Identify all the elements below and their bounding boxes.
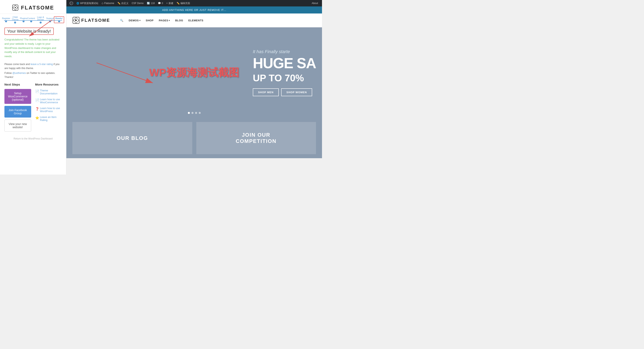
hero-dot-4[interactable] <box>199 112 201 114</box>
site-header: 3 FLATSOME 🔍 DEMOS ▾ SHOP PAGES ▾ BLOG E… <box>66 14 322 27</box>
more-resources-col: More Resources 📄 Theme Documentation 📄 L… <box>35 83 62 132</box>
wp-about-button[interactable]: About <box>309 0 320 7</box>
shop-men-button[interactable]: SHOP MEN <box>253 88 279 96</box>
follow-text-2: Follow @uxthemes on Twitter to see updat… <box>4 71 62 79</box>
join-facebook-button[interactable]: Join Facebook Group <box>4 106 31 118</box>
follow-text-1: Please come back and leave a 5-star rati… <box>4 62 62 70</box>
competition-title: JOIN OURCOMPETITION <box>236 132 276 144</box>
site-logo-text: FLATSOME <box>81 18 110 23</box>
wizard-logo-area: FLATSOME <box>0 0 66 14</box>
site-logo: 3 FLATSOME <box>72 17 110 24</box>
hero-banner: It has Finally starte HUGE SA UP TO 70% … <box>66 27 322 118</box>
hero-content: It has Finally starte HUGE SA UP TO 70% … <box>253 49 316 96</box>
nav-blog[interactable]: BLOG <box>173 18 185 23</box>
next-steps-col: Next Steps Setup WooCommerce (optional) … <box>4 83 31 132</box>
return-dashboard-link[interactable]: Return to the WordPress Dashboard <box>14 137 53 140</box>
resource-wordpress-guide: ❓ Learn how to use WordPress <box>35 107 62 113</box>
theme-documentation-link[interactable]: Theme Documentation <box>40 89 62 95</box>
doc-icon: 📄 <box>35 89 38 93</box>
wizard-content: Your Website is Ready! Congratulations! … <box>0 24 66 144</box>
competition-card: JOIN OURCOMPETITION <box>196 122 316 154</box>
our-blog-title: OUR BLOG <box>117 135 148 141</box>
hero-dot-3[interactable] <box>195 112 197 114</box>
svg-text:3: 3 <box>75 19 76 22</box>
announcement-bar: ADD ANYTHING HERE OR JUST REMOVE IT... <box>66 7 322 14</box>
flatsome-logo-icon <box>12 5 18 11</box>
wp-updates-item[interactable]: 🔄 118 <box>145 0 156 7</box>
return-link: Return to the WordPress Dashboard <box>4 137 62 140</box>
site-logo-icon: 3 <box>72 17 80 24</box>
hero-discount: UP TO 70% <box>253 73 316 84</box>
wp-site-name[interactable]: 🌐 WP资源海测试站 <box>75 0 100 7</box>
hero-dot-2[interactable] <box>192 112 194 114</box>
hero-carousel-dots <box>188 112 201 114</box>
step-logo-design[interactable]: Logo & Design <box>35 16 46 24</box>
resource-theme-docs: 📄 Theme Documentation <box>35 89 62 95</box>
hero-buttons: SHOP MEN SHOP WOMEN <box>253 88 316 96</box>
resource-item-rating: ⭐ Leave an Item Rating <box>35 116 62 122</box>
more-resources-title: More Resources <box>35 83 62 86</box>
view-website-button[interactable]: View your new website! <box>4 120 31 132</box>
wordpress-preview-panel: 🌐 WP资源海测试站 ◇ Flatsome ✏️ 自定义 CSF Demo 🔄 … <box>66 0 322 175</box>
site-navigation: 🔍 DEMOS ▾ SHOP PAGES ▾ BLOG ELEMENTS <box>118 18 316 23</box>
wordpress-guide-link[interactable]: Learn how to use WordPress <box>40 107 62 113</box>
wp-flatsome-item[interactable]: ◇ Flatsome <box>100 0 116 7</box>
hero-subtitle: It has Finally starte <box>253 49 316 54</box>
nav-pages[interactable]: PAGES ▾ <box>157 18 172 23</box>
step-ready[interactable]: Ready! <box>54 16 64 23</box>
rating-link[interactable]: leave a 5-star rating <box>30 63 53 66</box>
step-register[interactable]: Register <box>2 17 10 22</box>
wp-csf-demo-item[interactable]: CSF Demo <box>130 0 145 7</box>
wp-comments-item[interactable]: 💬 0 <box>156 0 165 7</box>
wp-customize-item[interactable]: ✏️ 自定义 <box>116 0 130 7</box>
twitter-link[interactable]: @uxthemes <box>12 72 26 75</box>
next-steps-title: Next Steps <box>4 83 31 86</box>
step-child-theme[interactable]: Child Theme <box>10 16 20 24</box>
star-icon: ⭐ <box>35 116 38 119</box>
nav-demos[interactable]: DEMOS ▾ <box>127 18 142 23</box>
congrats-text: Congratulations! The theme has been acti… <box>4 38 62 59</box>
wp-new-item[interactable]: + 新建 <box>165 0 175 7</box>
wizard-steps: Register Child Theme Plugins Content Log… <box>0 14 66 24</box>
nav-elements[interactable]: ELEMENTS <box>186 18 206 23</box>
doc-icon-2: 📄 <box>35 98 38 101</box>
wizard-logo-text: FLATSOME <box>21 5 54 11</box>
question-icon: ❓ <box>35 107 38 110</box>
step-content[interactable]: Content <box>27 17 35 22</box>
our-blog-card: OUR BLOG <box>72 122 192 154</box>
two-column-section: Next Steps Setup WooCommerce (optional) … <box>4 83 62 132</box>
step-support[interactable]: Support <box>46 17 54 22</box>
step-plugins[interactable]: Plugins <box>20 17 27 22</box>
resource-woocommerce-guide: 📄 Learn how to use WooCommerce <box>35 98 62 104</box>
woocommerce-guide-link[interactable]: Learn how to use WooCommerce <box>40 98 62 104</box>
item-rating-link[interactable]: Leave an Item Rating <box>40 116 62 122</box>
watermark-text: WP资源海测试截图 <box>149 66 239 80</box>
hero-dot-1[interactable] <box>188 112 190 114</box>
shop-women-button[interactable]: SHOP WOMEN <box>281 88 312 96</box>
bottom-section: OUR BLOG JOIN OURCOMPETITION <box>66 118 322 158</box>
wp-admin-bar: 🌐 WP资源海测试站 ◇ Flatsome ✏️ 自定义 CSF Demo 🔄 … <box>66 0 322 7</box>
svg-point-1 <box>15 7 16 8</box>
setup-woocommerce-button[interactable]: Setup WooCommerce (optional) <box>4 89 31 104</box>
ready-title: Your Website is Ready! <box>4 28 54 35</box>
setup-wizard-panel: FLATSOME Register Child Theme Plugins Co… <box>0 0 66 175</box>
wp-logo-item[interactable] <box>68 0 75 7</box>
nav-search[interactable]: 🔍 <box>118 18 126 23</box>
nav-shop[interactable]: SHOP <box>144 18 156 23</box>
hero-title: HUGE SA <box>253 56 316 71</box>
wp-edit-page-item[interactable]: ✏️ 编辑页面 <box>175 0 192 7</box>
